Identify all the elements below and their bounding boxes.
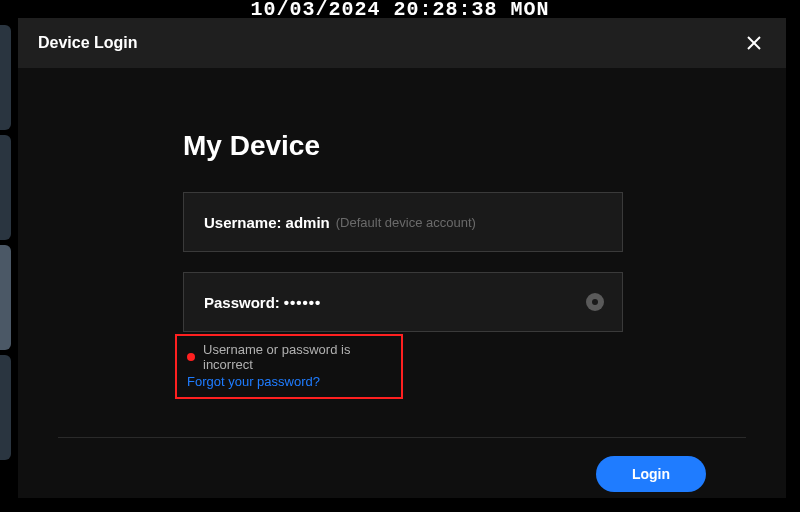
username-hint: (Default device account) (336, 215, 476, 230)
forgot-password-link[interactable]: Forgot your password? (187, 374, 391, 389)
password-field[interactable]: Password: •••••• (183, 272, 623, 332)
error-dot-icon (187, 353, 195, 361)
side-tab-rail (0, 0, 12, 512)
login-form: My Device Username: admin (Default devic… (183, 130, 623, 399)
username-field[interactable]: Username: admin (Default device account) (183, 192, 623, 252)
login-button[interactable]: Login (596, 456, 706, 492)
error-message: Username or password is incorrect (203, 342, 391, 372)
side-tab-3[interactable] (0, 245, 11, 350)
side-tab-1[interactable] (0, 25, 11, 130)
modal-footer: Login (58, 438, 746, 492)
error-highlight-box: Username or password is incorrect Forgot… (175, 334, 403, 399)
eye-icon[interactable] (586, 293, 604, 311)
side-tab-2[interactable] (0, 135, 11, 240)
device-login-modal: Device Login My Device Username: admin (… (18, 18, 786, 498)
close-icon (745, 34, 763, 52)
password-label: Password: (204, 294, 280, 311)
password-masked-value: •••••• (284, 294, 322, 311)
modal-body: My Device Username: admin (Default devic… (18, 68, 786, 498)
username-value: admin (286, 214, 330, 231)
device-name-heading: My Device (183, 130, 623, 162)
close-button[interactable] (742, 31, 766, 55)
error-message-row: Username or password is incorrect (187, 342, 391, 372)
modal-header: Device Login (18, 18, 786, 68)
modal-title: Device Login (38, 34, 138, 52)
username-label: Username: (204, 214, 282, 231)
side-tab-4[interactable] (0, 355, 11, 460)
